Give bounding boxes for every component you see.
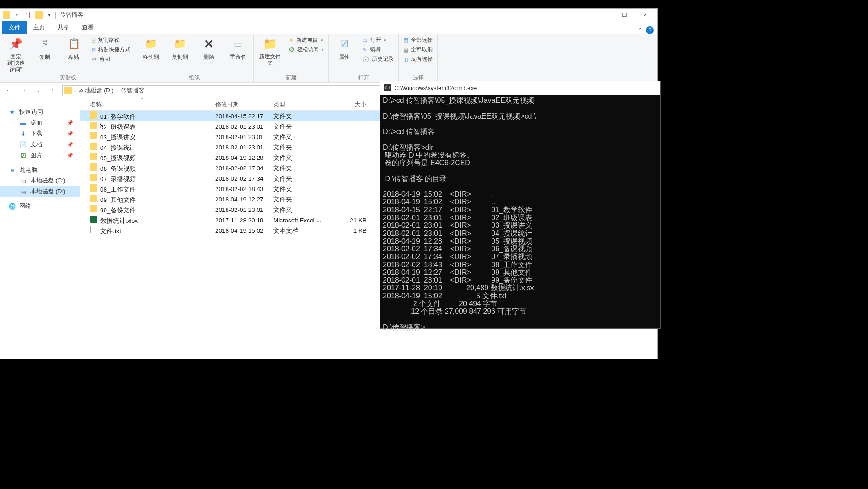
sidebar-drive-c[interactable]: 🖴本地磁盘 (C:): [0, 175, 80, 186]
copy-to-button[interactable]: 📁 复制到: [169, 36, 191, 61]
tab-home[interactable]: 主页: [27, 21, 51, 34]
file-type-label: 文件夹: [273, 196, 331, 204]
new-item-button[interactable]: ✦新建项目▾: [289, 36, 324, 44]
file-date-label: 2018-02-01 23:01: [215, 123, 273, 130]
column-modified[interactable]: 修改日期: [215, 101, 273, 109]
sidebar-downloads[interactable]: ⬇下载📌: [0, 128, 80, 139]
quick-tool-1[interactable]: ▫: [16, 11, 18, 19]
file-type-label: 文件夹: [273, 112, 331, 120]
close-button[interactable]: ✕: [635, 9, 656, 21]
cmd-title-text: C:\Windows\system32\cmd.exe: [395, 85, 477, 91]
file-name-label: 05_授课视频: [100, 155, 136, 162]
sidebar-quick-access[interactable]: ★快速访问: [0, 106, 80, 117]
ribbon-toggle-icon[interactable]: ^: [638, 27, 641, 34]
clipboard-group-label: 剪贴板: [5, 73, 130, 82]
sidebar-documents[interactable]: 📄文档📌: [0, 139, 80, 150]
cmd-title-bar[interactable]: C:\ C:\Windows\system32\cmd.exe: [380, 81, 660, 95]
file-date-label: 2018-02-02 18:43: [215, 186, 273, 192]
folder-icon: [90, 195, 97, 202]
file-name-label: 03_授课讲义: [100, 134, 136, 141]
file-type-label: 文件夹: [273, 133, 331, 141]
minimize-button[interactable]: —: [593, 9, 614, 21]
sidebar-this-pc[interactable]: 🖥此电脑: [0, 164, 80, 175]
tab-view[interactable]: 查看: [76, 21, 100, 34]
tab-file[interactable]: 文件: [2, 21, 27, 34]
sidebar-desktop[interactable]: ▬桌面📌: [0, 117, 80, 128]
paste-shortcut-button[interactable]: ⎘粘贴快捷方式: [92, 46, 130, 53]
select-none-button[interactable]: ▦全部取消: [403, 46, 433, 53]
file-date-label: 2018-04-19 15:02: [215, 227, 273, 234]
cmd-icon: C:\: [384, 84, 391, 91]
file-name-label: 02_班级课表: [100, 124, 136, 130]
column-type[interactable]: 类型: [273, 101, 331, 109]
file-date-label: 2018-02-01 23:01: [215, 144, 273, 151]
history-button[interactable]: 🕗历史记录: [362, 55, 394, 63]
title-bar: ▫ ▾ | 传智播客 — ☐ ✕: [0, 9, 657, 21]
quick-dropdown[interactable]: ▾: [48, 12, 51, 18]
file-date-label: 2018-02-01 23:01: [215, 206, 273, 213]
column-size[interactable]: 大小: [331, 101, 366, 109]
recent-dropdown[interactable]: ⌄: [33, 87, 43, 93]
breadcrumb[interactable]: 本地磁盘 (D:): [79, 86, 114, 95]
open-button[interactable]: ▭打开▾: [362, 36, 394, 44]
folder-icon: [90, 184, 97, 192]
new-folder-button[interactable]: 📁 新建文件夹: [258, 36, 282, 67]
file-type-label: 文件夹: [273, 154, 331, 162]
delete-button[interactable]: ✕ 删除: [198, 36, 220, 61]
folder-icon: [90, 111, 97, 119]
easy-access-button[interactable]: ⭙轻松访问▾: [289, 46, 324, 53]
file-name-label: 数据统计.xlsx: [100, 217, 138, 224]
invert-selection-button[interactable]: ◫反向选择: [403, 55, 433, 63]
folder-icon: [90, 163, 97, 171]
breadcrumb[interactable]: 传智播客: [121, 86, 145, 95]
file-name-label: 09_其他文件: [100, 197, 136, 203]
file-name-label: 06_备课视频: [100, 165, 136, 172]
xlsx-icon: [90, 216, 97, 223]
file-type-label: 文件夹: [273, 206, 331, 214]
file-date-label: 2018-02-02 17:34: [215, 165, 273, 172]
navigation-sidebar: ★快速访问 ▬桌面📌 ⬇下载📌 📄文档📌 🖼图片📌 🖥此电脑 🖴本地磁盘 (C:…: [0, 98, 80, 359]
file-name-label: 07_录播视频: [100, 176, 136, 182]
sidebar-drive-d[interactable]: 🖴本地磁盘 (D:): [0, 186, 80, 197]
file-date-label: 2018-02-01 23:01: [215, 134, 273, 140]
quick-tool-2[interactable]: [24, 12, 30, 18]
folder-icon: [90, 205, 97, 212]
sidebar-pictures[interactable]: 🖼图片📌: [0, 150, 80, 161]
select-all-button[interactable]: ▦全部选择: [403, 36, 433, 44]
column-name[interactable]: 名称⌃: [90, 101, 215, 109]
sidebar-network[interactable]: 🌐网络: [0, 201, 80, 211]
file-name-label: 01_教学软件: [100, 113, 136, 120]
properties-button[interactable]: ☑ 属性: [333, 36, 355, 61]
cut-button[interactable]: ✂剪切: [92, 55, 130, 63]
folder-icon: [64, 87, 72, 94]
help-icon[interactable]: ?: [646, 26, 654, 34]
file-name-label: 99_备份文件: [100, 207, 136, 214]
forward-button[interactable]: →: [19, 86, 29, 95]
file-date-label: 2018-04-19 12:27: [215, 196, 273, 203]
window-title: 传智播客: [60, 11, 83, 19]
up-button[interactable]: ↑: [48, 86, 58, 95]
back-button[interactable]: ←: [4, 86, 14, 95]
file-type-label: 文本文档: [273, 227, 331, 235]
maximize-button[interactable]: ☐: [614, 9, 635, 21]
move-to-button[interactable]: 📁 移动到: [140, 36, 162, 61]
folder-icon: [90, 132, 97, 139]
edit-button[interactable]: ✎编辑: [362, 46, 394, 53]
pin-quickaccess-button[interactable]: 📌 固定到"快速访问": [5, 36, 27, 73]
file-type-label: Microsoft Excel ...: [273, 217, 331, 224]
copy-button[interactable]: ⎘ 复制: [34, 36, 56, 61]
file-name-label: 04_授课统计: [100, 144, 136, 151]
cmd-body[interactable]: D:\>cd 传智播客\05_授课视频\JavaEE双元视频 D:\传智播客\0…: [380, 95, 660, 333]
ribbon-tabs: 文件 主页 共享 查看 ^ ?: [0, 21, 657, 34]
organize-group-label: 组织: [140, 73, 249, 82]
file-size-label: 1 KB: [331, 227, 366, 234]
paste-button[interactable]: 📋 粘贴: [63, 36, 85, 61]
folder-icon: [3, 11, 10, 19]
file-date-label: 2018-02-02 17:34: [215, 175, 273, 182]
rename-button[interactable]: ▭ 重命名: [227, 36, 249, 61]
file-type-label: 文件夹: [273, 175, 331, 183]
tab-share[interactable]: 共享: [51, 21, 76, 34]
folder-icon: [90, 122, 97, 129]
copy-path-button[interactable]: ⎘复制路径: [92, 36, 130, 44]
file-name-label: 文件.txt: [100, 228, 121, 235]
